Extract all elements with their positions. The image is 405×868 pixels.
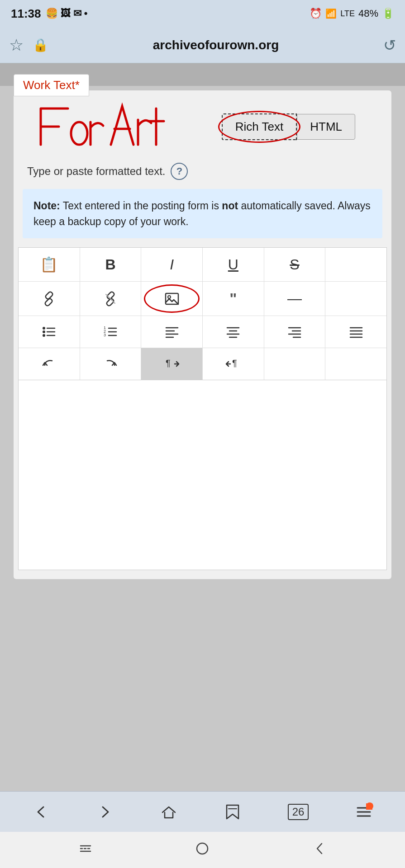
page-scroll: Work Text* R bbox=[0, 63, 405, 791]
toolbar-row-1: 📋 B I U S bbox=[19, 248, 386, 282]
handwriting-svg bbox=[27, 95, 172, 158]
wifi-icon: 📶 bbox=[325, 8, 337, 19]
toolbar-empty-1 bbox=[325, 248, 386, 281]
bullet-list-button[interactable] bbox=[19, 316, 80, 348]
blockquote-button[interactable]: " bbox=[203, 282, 264, 316]
lock-icon: 🔒 bbox=[33, 38, 48, 52]
status-right-icons: ⏰ 📶 LTE 48% 🔋 bbox=[310, 8, 394, 19]
image-button[interactable] bbox=[141, 282, 203, 316]
work-text-card: Work Text* R bbox=[14, 90, 391, 579]
bottom-nav: 26 bbox=[0, 791, 405, 832]
align-left-button[interactable] bbox=[141, 316, 203, 348]
svg-text:¶: ¶ bbox=[232, 358, 237, 368]
back-chevron-button[interactable] bbox=[312, 841, 327, 859]
help-button[interactable]: ? bbox=[171, 163, 188, 180]
nav-forward-button[interactable] bbox=[96, 803, 114, 821]
status-time: 11:38 🍔 🖼 ✉ • bbox=[11, 7, 88, 21]
tab-count-badge: 26 bbox=[288, 804, 309, 820]
toolbar-row-2: " — bbox=[19, 282, 386, 316]
nav-home-button[interactable] bbox=[160, 803, 177, 821]
toolbar-row-4: ¶ ¶ bbox=[19, 348, 386, 380]
undo-button[interactable] bbox=[19, 348, 80, 380]
svg-point-5 bbox=[168, 296, 171, 298]
redo-button[interactable] bbox=[80, 348, 142, 380]
svg-point-6 bbox=[43, 327, 45, 330]
align-center-button[interactable] bbox=[203, 316, 264, 348]
rtl-button[interactable]: ¶ bbox=[203, 348, 264, 380]
html-button[interactable]: HTML bbox=[297, 114, 355, 140]
svg-point-8 bbox=[43, 330, 45, 333]
svg-text:¶: ¶ bbox=[166, 358, 171, 368]
rich-text-button[interactable]: Rich Text bbox=[222, 113, 297, 140]
toolbar-row-3: 1 2 3 bbox=[19, 316, 386, 348]
alarm-icon: ⏰ bbox=[310, 8, 322, 19]
horizontal-rule-button[interactable]: — bbox=[264, 282, 326, 316]
recents-button[interactable] bbox=[78, 841, 93, 859]
svg-point-10 bbox=[43, 334, 45, 337]
url-bar[interactable]: archiveofourown.org bbox=[57, 38, 374, 52]
bookmark-icon[interactable]: ☆ bbox=[9, 36, 24, 55]
browser-bar: ☆ 🔒 archiveofourown.org ↺ bbox=[0, 27, 405, 63]
align-right-button[interactable] bbox=[264, 316, 326, 348]
note-box: Note: Text entered in the posting form i… bbox=[23, 189, 382, 238]
underline-button[interactable]: U bbox=[203, 248, 264, 281]
home-circle-button[interactable] bbox=[195, 841, 210, 859]
justify-button[interactable] bbox=[325, 316, 386, 348]
nav-tabs-button[interactable]: 26 bbox=[288, 804, 309, 820]
toolbar-empty-3 bbox=[264, 348, 326, 380]
reload-icon[interactable]: ↺ bbox=[383, 36, 396, 54]
signal-icon: LTE bbox=[340, 9, 355, 19]
nav-bookmarks-button[interactable] bbox=[224, 803, 241, 821]
strikethrough-button[interactable]: S bbox=[264, 248, 326, 281]
nav-menu-button[interactable] bbox=[355, 803, 372, 821]
editor-toolbar: 📋 B I U S bbox=[18, 247, 387, 380]
ltr-button[interactable]: ¶ bbox=[141, 348, 203, 380]
paste-hint: Type or paste formatted text. ? bbox=[14, 163, 391, 180]
paste-button[interactable]: 📋 bbox=[19, 248, 80, 281]
svg-point-0 bbox=[71, 122, 87, 145]
unlink-button[interactable] bbox=[80, 282, 142, 316]
nav-back-button[interactable] bbox=[33, 803, 50, 821]
battery-text: 48% bbox=[358, 8, 378, 19]
toolbar-empty-2 bbox=[325, 282, 386, 316]
numbered-list-button[interactable]: 1 2 3 bbox=[80, 316, 142, 348]
editor-content-area[interactable] bbox=[18, 380, 387, 570]
handwriting-area: Rich Text HTML bbox=[14, 90, 391, 163]
battery-icon: 🔋 bbox=[382, 8, 394, 19]
italic-button[interactable]: I bbox=[141, 248, 203, 281]
system-nav-bar bbox=[0, 832, 405, 868]
bold-button[interactable]: B bbox=[80, 248, 142, 281]
status-bar: 11:38 🍔 🖼 ✉ • ⏰ 📶 LTE 48% 🔋 bbox=[0, 0, 405, 27]
status-app-icons: 🍔 🖼 ✉ • bbox=[46, 8, 88, 19]
svg-text:3: 3 bbox=[104, 333, 106, 337]
toolbar-empty-4 bbox=[325, 348, 386, 380]
svg-point-44 bbox=[197, 843, 208, 854]
link-button[interactable] bbox=[19, 282, 80, 316]
